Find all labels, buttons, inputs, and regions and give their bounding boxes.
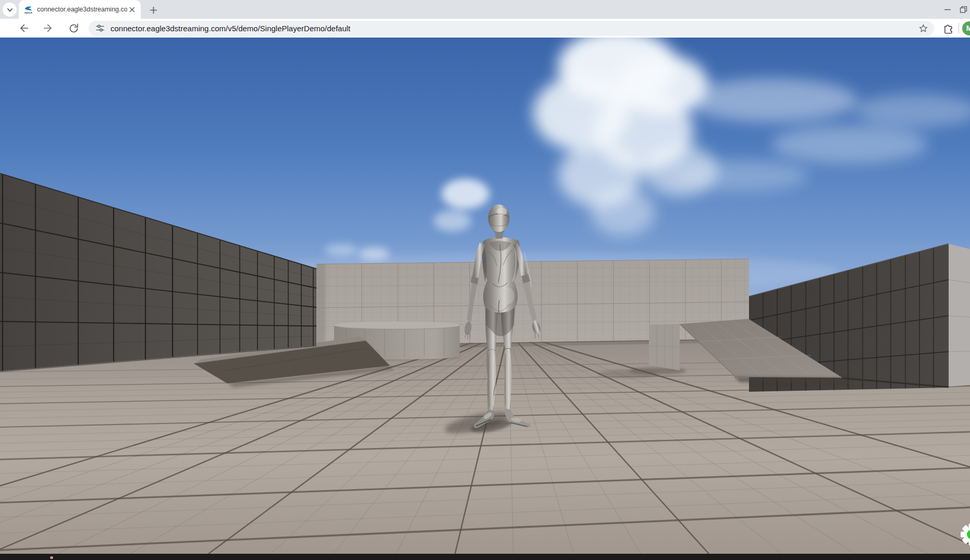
url-bar[interactable]: connector.eagle3dstreaming.com/v5/demo/S… — [89, 21, 934, 36]
tab-search-button[interactable] — [3, 3, 17, 17]
stream-bottom-bar — [0, 554, 970, 560]
bottom-bar-indicator-dot — [50, 556, 53, 559]
chevron-down-icon — [6, 6, 14, 14]
site-settings-icon[interactable] — [95, 23, 105, 33]
tab-close-icon[interactable] — [127, 5, 137, 14]
new-tab-button[interactable] — [146, 3, 161, 17]
forward-arrow-icon — [43, 22, 54, 34]
forward-button[interactable] — [41, 21, 56, 35]
back-button[interactable] — [16, 21, 31, 35]
gear-icon — [957, 520, 970, 549]
toolbar-right: M — [942, 19, 970, 38]
bookmark-star-icon[interactable] — [918, 23, 929, 34]
plus-icon — [150, 6, 157, 14]
back-arrow-icon — [18, 22, 29, 34]
eagle3d-favicon: EAGLE — [24, 5, 33, 14]
restore-button[interactable] — [956, 0, 970, 19]
stream-settings-button[interactable] — [957, 520, 970, 549]
streaming-viewport[interactable] — [0, 38, 970, 554]
extensions-puzzle-icon[interactable] — [942, 22, 954, 34]
reload-icon — [68, 23, 79, 34]
minimize-button[interactable] — [939, 0, 956, 19]
tab-active[interactable]: EAGLE connector.eagle3dstreaming.co — [19, 0, 141, 19]
url-text[interactable]: connector.eagle3dstreaming.com/v5/demo/S… — [110, 24, 918, 33]
svg-text:EAGLE: EAGLE — [24, 11, 32, 14]
toolbar-separator — [959, 23, 959, 33]
minimize-icon — [944, 6, 951, 13]
profile-avatar[interactable]: M — [962, 21, 970, 35]
browser-window: EAGLE connector.eagle3dstreaming.co — [0, 0, 970, 560]
tab-title: connector.eagle3dstreaming.co — [37, 6, 127, 13]
restore-icon — [960, 6, 967, 14]
window-controls — [939, 0, 970, 19]
browser-toolbar: connector.eagle3dstreaming.com/v5/demo/S… — [0, 19, 970, 38]
tab-strip: EAGLE connector.eagle3dstreaming.co — [0, 0, 970, 19]
reload-button[interactable] — [66, 21, 81, 35]
scene-3d — [0, 38, 970, 554]
